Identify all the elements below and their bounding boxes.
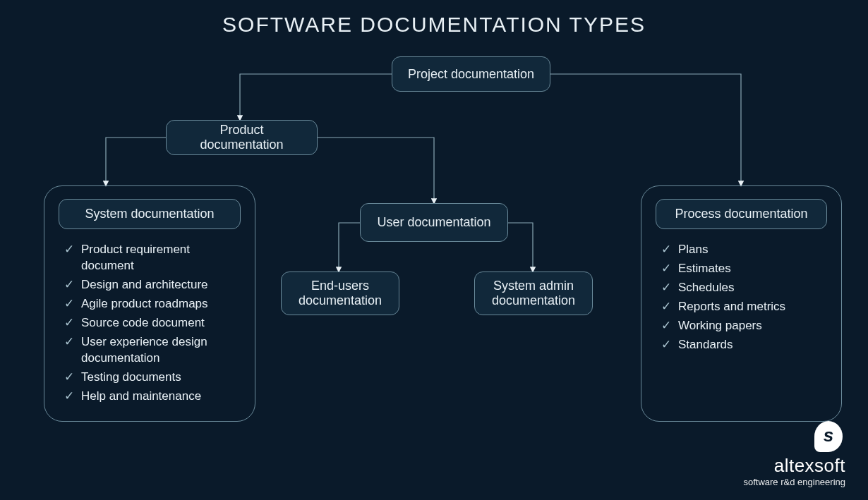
group-system-documentation: System documentation Product requirement… [44, 185, 255, 422]
system-item: Help and maintenance [64, 389, 241, 405]
node-system-documentation: System documentation [59, 199, 241, 229]
node-sysadmin-documentation: System admin documentation [474, 272, 593, 315]
process-item: Standards [661, 337, 827, 353]
system-item: Design and architecture [64, 277, 241, 293]
system-item: Agile product roadmaps [64, 296, 241, 312]
process-checklist: PlansEstimatesSchedulesReports and metri… [656, 242, 827, 353]
process-item: Plans [661, 242, 827, 258]
system-item: Testing documents [64, 370, 241, 386]
process-item: Estimates [661, 261, 827, 277]
node-endusers-documentation: End-users documentation [281, 272, 399, 315]
process-item: Schedules [661, 280, 827, 296]
system-checklist: Product requirement documentDesign and a… [59, 242, 241, 404]
system-item: Product requirement document [64, 242, 241, 274]
logo-tagline: software r&d engineering [743, 477, 845, 487]
process-item: Reports and metrics [661, 299, 827, 315]
logo-name: altexsoft [743, 455, 845, 477]
altexsoft-logo: s altexsoft software r&d engineering [743, 421, 845, 487]
node-process-documentation: Process documentation [656, 199, 827, 229]
diagram-title: SOFTWARE DOCUMENTATION TYPES [0, 0, 868, 37]
node-product-documentation: Product documentation [166, 120, 318, 155]
node-user-documentation: User documentation [360, 203, 508, 242]
process-item: Working papers [661, 318, 827, 334]
node-project-documentation: Project documentation [392, 56, 550, 92]
logo-mark-icon: s [814, 421, 843, 452]
group-process-documentation: Process documentation PlansEstimatesSche… [641, 185, 842, 422]
system-item: Source code document [64, 315, 241, 331]
system-item: User experience design documentation [64, 334, 241, 367]
